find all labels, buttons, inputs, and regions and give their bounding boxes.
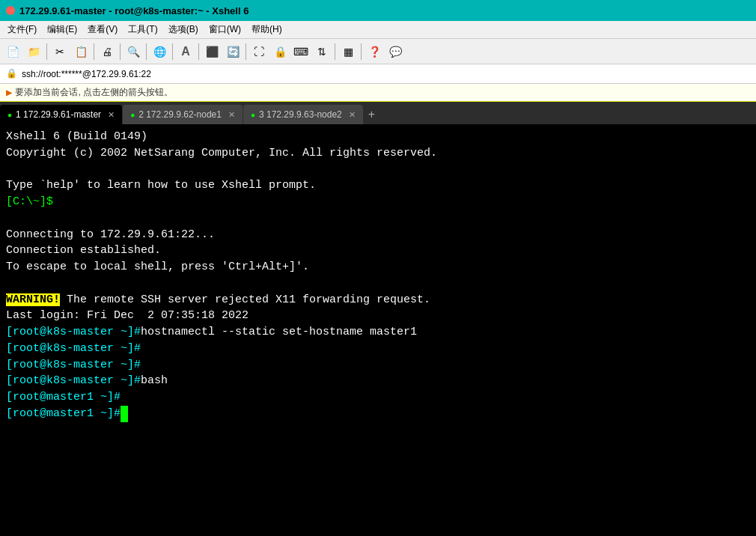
tab-3-close[interactable]: ✕ [349, 110, 356, 120]
term-line-18: [root@master1 ~]# [6, 406, 750, 422]
tb-font-button[interactable]: A [176, 42, 195, 61]
tabs-bar: ● 1 172.29.9.61-master ✕ ● 2 172.29.9.62… [0, 102, 756, 124]
tb-copy-button[interactable]: 📋 [71, 42, 91, 61]
term-line-8: Connection established. [6, 243, 750, 259]
term-line-11: WARNING! The remote SSH server rejected … [6, 292, 750, 308]
tab-2-label: 2 172.29.9.62-node1 [138, 109, 222, 120]
cmd-16: bash [141, 374, 168, 387]
menu-help[interactable]: 帮助(H) [247, 22, 287, 37]
tb-separator-3 [120, 43, 121, 60]
prompt-16: [root@k8s-master ~]# [6, 374, 141, 387]
tb-open-button[interactable]: 📁 [24, 42, 43, 61]
arrow-icon: ▶ [6, 86, 12, 99]
prompt-17: [root@master1 ~]# [6, 391, 121, 403]
tab-1[interactable]: ● 1 172.29.9.61-master ✕ [0, 105, 122, 124]
menu-tools[interactable]: 工具(T) [124, 22, 162, 37]
window-close-dot[interactable] [6, 6, 15, 15]
tb-separator-6 [198, 43, 199, 60]
tab-2-status-dot: ● [130, 111, 135, 119]
tb-msg-button[interactable]: 💬 [385, 42, 405, 61]
tb-new-button[interactable]: 📄 [3, 42, 22, 61]
term-line-1: Xshell 6 (Build 0149) [6, 129, 750, 145]
menu-window[interactable]: 窗口(W) [204, 22, 246, 37]
tb-help-button[interactable]: ❓ [365, 42, 384, 61]
term-line-10 [6, 275, 750, 292]
tab-3-status-dot: ● [251, 111, 255, 119]
term-line-2: Copyright (c) 2002 NetSarang Computer, I… [6, 145, 750, 162]
address-bar: 🔒 ssh://root:******@172.29.9.61:22 [0, 64, 756, 84]
lock-icon: 🔒 [6, 68, 17, 79]
term-line-15: [root@k8s-master ~]# [6, 357, 750, 374]
tb-separator-5 [172, 43, 173, 60]
tb-print-button[interactable]: 🖨 [97, 42, 117, 61]
term-line-16: [root@k8s-master ~]#bash [6, 373, 750, 389]
tb-stop-button[interactable]: ⬛ [202, 42, 222, 61]
tb-fullscreen-button[interactable]: ⛶ [249, 42, 269, 61]
tb-separator-4 [146, 43, 147, 60]
terminal[interactable]: Xshell 6 (Build 0149) Copyright (c) 2002… [0, 124, 756, 536]
title-bar: 172.29.9.61-master - root@k8s-master:~ -… [0, 0, 756, 21]
tb-globe-button[interactable]: 🌐 [150, 42, 169, 61]
info-bar: ▶ 要添加当前会话, 点击左侧的箭头按钮。 [0, 84, 756, 102]
cmd-13: hostnamectl --static set-hostname master… [141, 326, 417, 338]
tb-cut-button[interactable]: ✂ [50, 42, 70, 61]
tb-separator-7 [246, 43, 246, 60]
toolbar: 📄 📁 ✂ 📋 🖨 🔍 🌐 A ⬛ 🔄 ⛶ 🔒 ⌨ ⇅ ▦ ❓ 💬 [0, 39, 756, 64]
term-line-9: To escape to local shell, press 'Ctrl+Al… [6, 259, 750, 275]
menu-edit[interactable]: 编辑(E) [43, 22, 82, 37]
tb-keyboard-button[interactable]: ⌨ [291, 42, 311, 61]
tb-separator-9 [361, 43, 362, 60]
term-line-17: [root@master1 ~]# [6, 389, 750, 406]
tab-3-label: 3 172.29.9.63-node2 [259, 109, 342, 120]
tb-reload-button[interactable]: 🔄 [223, 42, 243, 61]
tab-2-close[interactable]: ✕ [228, 110, 235, 120]
term-line-14: [root@k8s-master ~]# [6, 341, 750, 357]
term-line-13: [root@k8s-master ~]#hostnamectl --static… [6, 324, 750, 341]
tab-1-close[interactable]: ✕ [108, 110, 115, 120]
tb-separator-8 [335, 43, 335, 60]
tab-add-button[interactable]: + [364, 105, 379, 124]
term-line-6 [6, 210, 750, 227]
info-text: 要添加当前会话, 点击左侧的箭头按钮。 [15, 86, 173, 99]
term-line-3 [6, 162, 750, 178]
menu-options[interactable]: 选项(B) [164, 22, 203, 37]
term-line-7: Connecting to 172.29.9.61:22... [6, 227, 750, 243]
tab-3[interactable]: ● 3 172.29.9.63-node2 ✕ [243, 105, 363, 124]
tb-lock-button[interactable]: 🔒 [270, 42, 290, 61]
term-line-12: Last login: Fri Dec 2 07:35:18 2022 [6, 308, 750, 324]
tb-layout-button[interactable]: ▦ [338, 42, 358, 61]
prompt-14: [root@k8s-master ~]# [6, 342, 141, 355]
prompt-18: [root@master1 ~]# [6, 407, 121, 420]
address-text: ssh://root:******@172.29.9.61:22 [22, 69, 151, 79]
window-title: 172.29.9.61-master - root@k8s-master:~ -… [19, 5, 249, 16]
term-line-5: [C:\~]$ [6, 194, 750, 210]
warning-text: The remote SSH server rejected X11 forwa… [60, 293, 430, 306]
term-line-4: Type `help' to learn how to use Xshell p… [6, 177, 750, 194]
menu-view[interactable]: 查看(V) [83, 22, 122, 37]
terminal-cursor [121, 406, 128, 422]
tb-transfer-button[interactable]: ⇅ [312, 42, 332, 61]
menu-bar: 文件(F) 编辑(E) 查看(V) 工具(T) 选项(B) 窗口(W) 帮助(H… [0, 21, 756, 39]
tab-1-label: 1 172.29.9.61-master [16, 109, 101, 120]
tb-separator-2 [94, 43, 94, 60]
warning-label: WARNING! [6, 293, 60, 306]
tb-search-button[interactable]: 🔍 [124, 42, 143, 61]
tb-separator-1 [46, 43, 47, 60]
prompt-15: [root@k8s-master ~]# [6, 359, 141, 371]
tab-2[interactable]: ● 2 172.29.9.62-node1 ✕ [123, 105, 243, 124]
menu-file[interactable]: 文件(F) [3, 22, 41, 37]
tab-1-status-dot: ● [7, 111, 12, 119]
prompt-13: [root@k8s-master ~]# [6, 326, 141, 338]
